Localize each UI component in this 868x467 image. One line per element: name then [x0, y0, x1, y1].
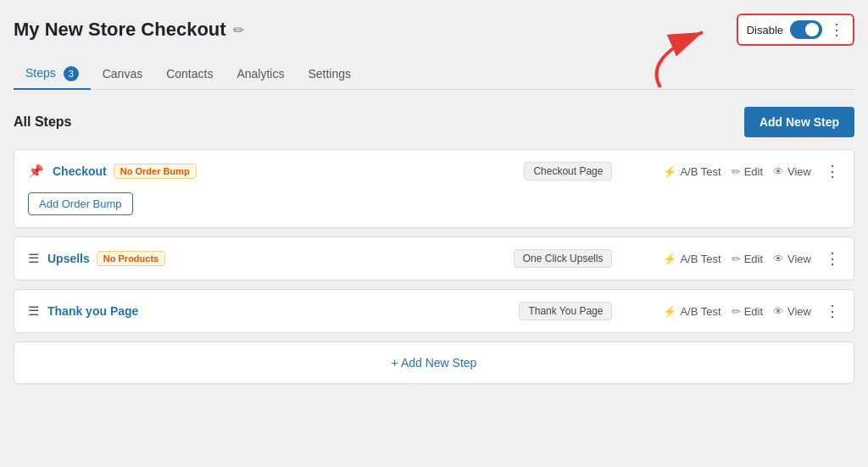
checkout-edit-label: Edit — [744, 165, 763, 178]
add-step-bottom-button[interactable]: + Add New Step — [14, 342, 854, 384]
tab-canvas[interactable]: Canvas — [91, 60, 154, 89]
step-card-thankyou: ☰ Thank you Page Thank You Page ⚡ A/B Te… — [14, 289, 854, 333]
thankyou-ab-test-icon: ⚡ — [663, 305, 676, 318]
header-more-options-icon[interactable]: ⋮ — [829, 20, 844, 39]
disable-label: Disable — [747, 24, 783, 36]
tab-contacts[interactable]: Contacts — [154, 60, 225, 89]
steps-list: 📌 Checkout No Order Bump Checkout Page ⚡… — [14, 149, 854, 333]
upsells-view-label: View — [787, 253, 811, 265]
upsells-edit-button[interactable]: ✏ Edit — [732, 253, 763, 265]
checkout-edit-icon: ✏ — [732, 165, 741, 178]
add-new-step-button[interactable]: Add New Step — [744, 107, 854, 137]
upsells-ab-test-label: A/B Test — [680, 253, 721, 265]
checkout-view-button[interactable]: 👁 View — [773, 165, 811, 178]
step-card-upsells: ☰ Upsells No Products One Click Upsells … — [14, 236, 854, 281]
step-card-checkout: 📌 Checkout No Order Bump Checkout Page ⚡… — [14, 149, 854, 228]
nav-tabs: Steps 3 Canvas Contacts Analytics Settin… — [14, 59, 854, 90]
thankyou-edit-label: Edit — [744, 305, 763, 318]
thankyou-view-label: View — [787, 305, 811, 318]
thankyou-ab-test-label: A/B Test — [680, 305, 721, 318]
checkout-ab-test-button[interactable]: ⚡ A/B Test — [663, 165, 721, 178]
checkout-step-name[interactable]: Checkout — [53, 164, 107, 178]
tab-analytics[interactable]: Analytics — [225, 60, 296, 89]
upsells-ab-test-button[interactable]: ⚡ A/B Test — [663, 253, 721, 265]
thankyou-type-badge: Thank You Page — [519, 302, 612, 320]
steps-badge: 3 — [64, 66, 79, 81]
checkout-step-icon: 📌 — [28, 164, 44, 179]
page-title: My New Store Checkout — [14, 19, 226, 41]
thankyou-step-name[interactable]: Thank you Page — [47, 304, 138, 318]
checkout-view-label: View — [787, 165, 811, 178]
upsells-view-icon: 👁 — [773, 253, 784, 265]
upsells-more-icon[interactable]: ⋮ — [825, 249, 840, 268]
checkout-view-icon: 👁 — [773, 165, 784, 178]
checkout-actions: ⚡ A/B Test ✏ Edit 👁 View ⋮ — [663, 162, 840, 181]
upsells-type-badge: One Click Upsells — [514, 249, 613, 268]
thankyou-view-button[interactable]: 👁 View — [773, 305, 811, 318]
ab-test-icon: ⚡ — [663, 165, 676, 178]
checkout-type-badge: Checkout Page — [524, 162, 612, 181]
all-steps-title: All Steps — [14, 114, 71, 130]
upsells-edit-label: Edit — [744, 253, 763, 265]
upsells-no-products-badge: No Products — [97, 251, 165, 266]
upsells-ab-test-icon: ⚡ — [663, 253, 676, 265]
checkout-edit-button[interactable]: ✏ Edit — [732, 165, 763, 178]
thankyou-edit-button[interactable]: ✏ Edit — [732, 305, 763, 318]
disable-toggle-container: Disable ⋮ — [737, 14, 854, 46]
upsells-edit-icon: ✏ — [732, 253, 741, 265]
checkout-more-icon[interactable]: ⋮ — [825, 162, 840, 181]
thankyou-edit-icon: ✏ — [732, 305, 741, 318]
upsells-step-name[interactable]: Upsells — [47, 252, 90, 265]
checkout-no-order-bump-badge: No Order Bump — [114, 164, 197, 179]
upsells-view-button[interactable]: 👁 View — [773, 253, 811, 265]
upsells-actions: ⚡ A/B Test ✏ Edit 👁 View ⋮ — [663, 249, 840, 268]
tab-steps[interactable]: Steps 3 — [14, 59, 91, 90]
enable-toggle[interactable] — [790, 20, 822, 39]
thankyou-ab-test-button[interactable]: ⚡ A/B Test — [663, 305, 721, 318]
thankyou-step-icon: ☰ — [28, 303, 39, 319]
add-step-bottom-label: + Add New Step — [392, 356, 477, 370]
upsells-step-icon: ☰ — [28, 251, 39, 266]
edit-title-icon[interactable]: ✏ — [233, 22, 244, 38]
thankyou-more-icon[interactable]: ⋮ — [825, 302, 840, 320]
tab-settings[interactable]: Settings — [296, 60, 363, 89]
thankyou-view-icon: 👁 — [773, 305, 784, 318]
add-order-bump-button[interactable]: Add Order Bump — [28, 192, 133, 215]
thankyou-actions: ⚡ A/B Test ✏ Edit 👁 View ⋮ — [663, 302, 840, 320]
checkout-ab-test-label: A/B Test — [680, 165, 721, 178]
